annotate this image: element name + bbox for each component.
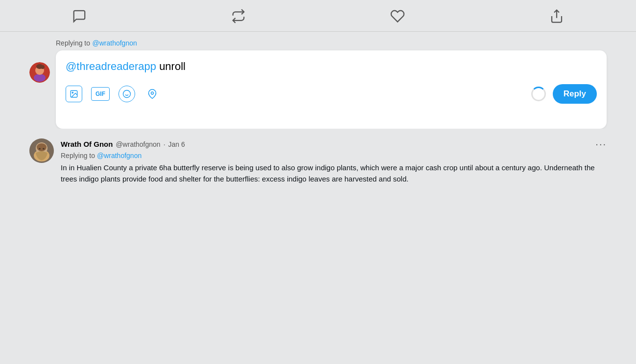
svg-point-11 <box>151 92 154 94</box>
current-user-avatar <box>29 62 50 83</box>
tweet-dot: · <box>164 140 165 148</box>
tweet-date: Jan 6 <box>168 140 185 148</box>
compose-right: Reply <box>531 84 597 104</box>
svg-point-5 <box>41 65 45 69</box>
compose-icons: GIF <box>66 86 161 102</box>
svg-point-16 <box>39 148 41 150</box>
tweet-content: Wrath Of Gnon @wrathofgnon · Jan 6 ··· R… <box>61 138 607 184</box>
compose-mention[interactable]: @threadreaderapp <box>66 60 156 72</box>
loading-spinner <box>531 87 546 101</box>
svg-point-2 <box>34 74 46 82</box>
compose-box: @threadreaderapp unroll <box>56 50 607 129</box>
like-icon[interactable] <box>390 9 405 23</box>
share-icon[interactable] <box>549 9 564 23</box>
tweet-header: Wrath Of Gnon @wrathofgnon · Jan 6 ··· <box>61 138 607 150</box>
comment-icon[interactable] <box>72 9 87 23</box>
location-icon[interactable] <box>144 86 161 102</box>
compose-box-wrapper: @threadreaderapp unroll <box>56 50 607 129</box>
tweet-meta: Wrath Of Gnon @wrathofgnon · Jan 6 <box>61 140 185 148</box>
replying-to-handle[interactable]: @wrathofgnon <box>93 39 137 47</box>
svg-point-15 <box>37 143 47 151</box>
svg-point-7 <box>72 92 73 93</box>
reply-button[interactable]: Reply <box>553 84 597 104</box>
tweet-author-name: Wrath Of Gnon <box>61 140 113 148</box>
reply-section: Replying to @wrathofgnon <box>0 32 636 129</box>
svg-point-17 <box>43 148 45 150</box>
tweet-section: Wrath Of Gnon @wrathofgnon · Jan 6 ··· R… <box>0 129 636 184</box>
image-icon[interactable] <box>66 86 82 102</box>
emoji-icon[interactable] <box>118 86 135 102</box>
tweet-handle[interactable]: @wrathofgnon <box>116 140 160 148</box>
tweet-more-button[interactable]: ··· <box>595 138 607 150</box>
gif-icon[interactable]: GIF <box>91 87 110 101</box>
tweet-avatar <box>29 138 54 163</box>
tweet-body: In in Hualien County a private 6ha butte… <box>61 162 607 184</box>
replying-to-label: Replying to @wrathofgnon <box>56 39 607 47</box>
compose-text: @threadreaderapp unroll <box>66 59 597 74</box>
tweet-replying-handle[interactable]: @wrathofgnon <box>97 152 141 159</box>
retweet-icon[interactable] <box>231 9 246 23</box>
action-bar <box>0 0 636 32</box>
svg-point-8 <box>123 90 131 97</box>
tweet-replying-to: Replying to @wrathofgnon <box>61 152 607 159</box>
compose-toolbar: GIF <box>66 84 597 104</box>
compose-plain-text: unroll <box>156 60 186 72</box>
